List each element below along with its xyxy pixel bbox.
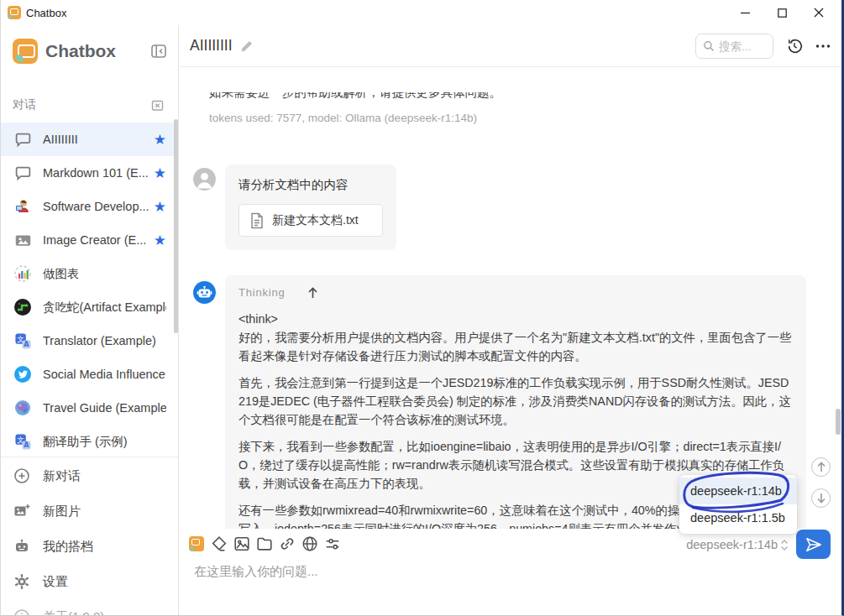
- page-title: AIIIIIIII: [190, 37, 233, 55]
- sidebar-item-aiiiiiiii[interactable]: AIIIIIIII ★: [1, 123, 178, 156]
- composer: deepseek-r1:14b: [180, 529, 842, 616]
- developer-avatar-icon: [13, 196, 33, 217]
- file-icon: [249, 212, 265, 229]
- attach-image-icon[interactable]: [232, 533, 252, 555]
- message-input[interactable]: [194, 564, 782, 578]
- model-selector[interactable]: deepseek-r1:14b: [686, 538, 789, 551]
- sidebar-item-markdown-101[interactable]: Markdown 101 (E... ★: [1, 156, 178, 190]
- send-button[interactable]: [796, 530, 831, 559]
- app-logo-icon: [13, 39, 38, 64]
- sidebar-item-my-copilots[interactable]: 我的搭档: [1, 529, 178, 564]
- star-icon[interactable]: ★: [154, 198, 166, 216]
- sidebar-item-new-image[interactable]: 新图片: [1, 493, 178, 529]
- file-attachment[interactable]: 新建文本文档.txt: [239, 204, 383, 237]
- thinking-paragraph: 好的，我需要分析用户提供的文档内容。用户提供了一个名为"新建文本文档.txt"的…: [239, 328, 793, 365]
- sidebar-item-make-charts[interactable]: 做图表: [1, 257, 178, 290]
- maximize-button[interactable]: [763, 0, 800, 25]
- sidebar-divider: [1, 457, 178, 457]
- model-option-deepseek-r1-14b[interactable]: deepseek-r1:14b: [679, 478, 797, 504]
- close-button[interactable]: [800, 0, 837, 25]
- settings-sliders-icon[interactable]: [322, 533, 343, 555]
- svg-text:A: A: [24, 340, 29, 348]
- robot-icon: [13, 537, 31, 556]
- conversation-title: AIIIIIIII: [43, 133, 149, 146]
- sidebar-scrollbar-thumb[interactable]: [174, 119, 178, 333]
- brand-title: Chatbox: [45, 41, 149, 61]
- eraser-icon[interactable]: [209, 533, 229, 555]
- clear-conversations-icon[interactable]: [150, 98, 165, 112]
- sidebar-item-snake-game[interactable]: 贪吃蛇(Artifact Example): [1, 290, 178, 324]
- collapse-sidebar-icon[interactable]: [149, 42, 168, 60]
- model-chevron-icon: [780, 539, 789, 551]
- sidebar-item-about[interactable]: 关于(1.9.8): [1, 599, 178, 616]
- conversation-title: 贪吃蛇(Artifact Example): [43, 300, 166, 316]
- snake-game-icon: [13, 297, 33, 317]
- sidebar-item-translation-assistant[interactable]: 文A 翻译助手 (示例): [1, 425, 178, 458]
- history-icon[interactable]: [785, 37, 804, 55]
- window-title: Chatbox: [26, 7, 66, 19]
- sidebar-item-new-chat[interactable]: 新对话: [1, 458, 178, 493]
- conversation-title: Travel Guide (Example): [43, 401, 166, 415]
- translate-icon: 文A: [13, 331, 33, 351]
- conversation-title: Software Develop...: [43, 200, 149, 213]
- sidebar-menu: 新对话 新图片 我的搭档 设置: [1, 458, 178, 616]
- sidebar-item-travel-guide[interactable]: Travel Guide (Example): [1, 391, 178, 425]
- twitter-icon: [13, 364, 33, 384]
- sidebar-item-social-media[interactable]: Social Media Influence...: [1, 358, 178, 391]
- conversations-section-label: 对话: [13, 97, 150, 112]
- sidebar-item-software-developer[interactable]: Software Develop... ★: [1, 190, 178, 223]
- token-usage-text: tokens used: 7577, model: Ollama (deepse…: [209, 112, 477, 124]
- gear-icon: [13, 572, 31, 591]
- chat-bubble-icon: [13, 163, 33, 183]
- sidebar-item-translator[interactable]: 文A Translator (Example): [1, 324, 178, 358]
- conversation-title: Social Media Influence...: [43, 368, 166, 381]
- user-message-text: 请分析文档中的内容: [239, 177, 383, 193]
- thinking-paragraph: <think>: [239, 310, 793, 328]
- thinking-label: Thinking: [239, 286, 286, 299]
- search-box[interactable]: [695, 34, 773, 59]
- more-icon[interactable]: [815, 44, 831, 49]
- conversation-title: 翻译助手 (示例): [43, 434, 166, 450]
- chat-bubble-icon: [13, 129, 33, 149]
- sidebar: Chatbox 对话 AIIIIIIII ★: [1, 25, 179, 616]
- model-dropdown: deepseek-r1:14b deepseek-r1:1.5b: [679, 475, 797, 534]
- plus-circle-icon: [13, 467, 31, 485]
- user-message-bubble: 请分析文档中的内容 新建文本文档.txt: [225, 164, 396, 250]
- user-avatar: [193, 168, 216, 191]
- attach-file-icon[interactable]: [254, 533, 275, 555]
- thinking-collapse-icon[interactable]: [307, 287, 318, 299]
- sidebar-item-image-creator[interactable]: Image Creator (E... ★: [1, 223, 178, 257]
- svg-text:A: A: [24, 441, 29, 449]
- star-icon[interactable]: ★: [154, 164, 166, 182]
- chatbox-window: Chatbox Chatbox 对话: [0, 0, 844, 616]
- model-option-deepseek-r1-1-5b[interactable]: deepseek-r1:1.5b: [679, 504, 797, 531]
- title-bar: Chatbox: [1, 0, 841, 25]
- sidebar-item-settings[interactable]: 设置: [1, 564, 178, 599]
- star-icon[interactable]: ★: [154, 131, 166, 149]
- search-input[interactable]: [719, 40, 765, 53]
- info-icon: [13, 608, 31, 616]
- conversation-title: Markdown 101 (E...: [43, 166, 149, 180]
- attach-link-icon[interactable]: [277, 533, 297, 555]
- assistant-avatar: [193, 281, 216, 304]
- new-image-icon: [13, 502, 31, 520]
- minimize-button[interactable]: [726, 0, 763, 25]
- main-scrollbar-thumb[interactable]: [836, 409, 841, 435]
- edit-icon[interactable]: [240, 39, 254, 53]
- translate-icon: 文A: [13, 431, 33, 452]
- chat-header: AIIIIIIII: [180, 25, 842, 67]
- app-logo-icon: [8, 6, 21, 19]
- thinking-paragraph: 首先，我会注意到第一行提到这是一个JESD219标准的工作负载实现示例，用于SS…: [239, 373, 793, 429]
- image-icon: [13, 230, 33, 250]
- conversation-list: AIIIIIIII ★ Markdown 101 (E... ★ Softwar…: [1, 123, 178, 458]
- chart-icon: [13, 264, 33, 284]
- scroll-to-next-button[interactable]: [811, 488, 831, 508]
- assistant-tool-icon[interactable]: [186, 533, 207, 555]
- scroll-to-previous-button[interactable]: [811, 457, 831, 477]
- web-browsing-icon[interactable]: [300, 533, 320, 555]
- attachment-name: 新建文本文档.txt: [272, 213, 359, 228]
- main-panel: AIIIIIIII 如果需要进: [180, 25, 842, 616]
- globe-travel-icon: [13, 398, 33, 418]
- current-model-label: deepseek-r1:14b: [686, 538, 778, 551]
- star-icon[interactable]: ★: [154, 232, 166, 249]
